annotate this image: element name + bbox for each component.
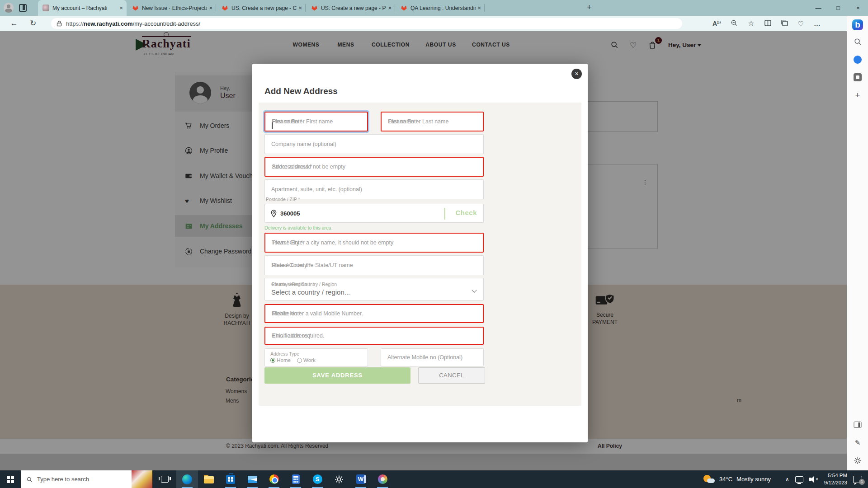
field-error: This field is required. [272, 333, 324, 339]
radio-home[interactable]: Home [270, 357, 291, 363]
postcode-value: 360005 [280, 210, 300, 217]
gitlab-favicon [132, 5, 139, 11]
gitlab-favicon [222, 5, 228, 11]
field-error: Please enter a valid Mobile Number. [272, 310, 363, 317]
taskbar-weather[interactable]: 34°C Mostly sunny [703, 470, 771, 488]
lock-icon [57, 20, 62, 27]
edge-sidebar-rail: b + ✎ [847, 16, 868, 470]
taskbar-chrome-icon[interactable] [263, 470, 285, 488]
radio-work[interactable]: Work [297, 357, 316, 363]
state-field[interactable]: State / County * Please Enter the State/… [264, 255, 484, 275]
country-selected-value: Select a country / region... [271, 288, 350, 296]
bing-chat-icon[interactable]: b [852, 19, 863, 30]
postcode-label: Postcode / ZIP * [266, 197, 300, 202]
tab-new-issue[interactable]: New Issue · Ethics-Projects / Ethi × [127, 0, 216, 16]
tab-close-icon[interactable]: × [298, 5, 302, 11]
volume-muted-icon[interactable]: × [809, 476, 818, 483]
split-screen-icon[interactable] [764, 20, 771, 27]
browser-profile-icon[interactable] [4, 3, 14, 13]
collections-icon[interactable] [781, 20, 788, 27]
city-field[interactable]: Town / City * Please Enter a city name, … [264, 233, 484, 253]
window-minimize-button[interactable]: — [808, 0, 828, 16]
check-divider [444, 208, 445, 220]
browser-essentials-icon[interactable]: ♡ [798, 20, 804, 27]
taskbar-settings-gear-icon[interactable] [328, 470, 350, 488]
check-button[interactable]: Check [455, 209, 477, 216]
browser-toolbar: ← ↻ https://new.rachyati.com/my-account/… [0, 16, 847, 31]
tab-checkout[interactable]: US: Create a new page - Checkou × [217, 0, 306, 16]
tab-close-icon[interactable]: × [388, 5, 392, 11]
taskbar-edge-icon[interactable] [176, 470, 198, 488]
taskbar-clock[interactable]: 5:54 PM9/12/2023 [824, 472, 847, 486]
mobile-field[interactable]: Mobile No * Please enter a valid Mobile … [264, 304, 484, 323]
taskbar-file-explorer-icon[interactable] [198, 470, 220, 488]
windows-logo-icon [7, 476, 14, 483]
save-address-button[interactable]: SAVE ADDRESS [264, 367, 410, 384]
field-placeholder: Apartment, suite, unit, etc. (optional) [271, 186, 362, 192]
email-field[interactable]: Email address * This field is required. [264, 327, 484, 345]
office-icon[interactable] [854, 73, 862, 81]
rail-panel-icon[interactable] [854, 422, 862, 428]
taskbar-store-icon[interactable] [220, 470, 241, 488]
field-error: Please select Country / Region [272, 282, 337, 287]
radio-selected-icon [270, 358, 275, 363]
modal-close-button[interactable]: × [571, 69, 582, 79]
postcode-field[interactable]: 360005 Check [264, 204, 484, 223]
zoom-out-icon[interactable] [731, 19, 738, 28]
taskbar-mail-icon[interactable] [241, 470, 263, 488]
task-view-icon[interactable] [154, 470, 175, 488]
notification-icon[interactable]: 1 [853, 476, 862, 483]
rachyati-favicon [42, 5, 49, 11]
windows-taskbar: Type here to search S W 34°C Mostly sunn… [0, 470, 868, 488]
address-bar[interactable]: https://new.rachyati.com/my-account/edit… [51, 18, 682, 29]
window-maximize-button[interactable]: □ [828, 0, 848, 16]
tab-product[interactable]: US: Create a new page - Product × [307, 0, 395, 16]
company-field[interactable]: Company name (optional) [264, 134, 484, 154]
field-error: Please Enter First name [272, 118, 333, 125]
street-address-field[interactable]: Street address * Address should not be e… [264, 157, 484, 177]
last-name-field[interactable]: Last name * Please Enter Last name [381, 112, 484, 131]
taskbar-skype-icon[interactable]: S [307, 470, 328, 488]
network-icon[interactable] [795, 476, 803, 483]
taskbar-calculator-icon[interactable] [285, 470, 307, 488]
search-highlight-image[interactable] [132, 470, 152, 488]
rail-settings-gear-icon[interactable] [854, 457, 862, 466]
start-button[interactable] [0, 470, 21, 488]
taskbar-search-box[interactable]: Type here to search [21, 470, 152, 488]
alternate-mobile-field[interactable]: Alternate Mobile no (Optional) [381, 348, 484, 366]
tab-title: QA Learning : Understanding an [410, 5, 476, 11]
modal-title: Add New Address [264, 86, 338, 96]
window-close-button[interactable]: × [848, 0, 868, 16]
tab-title: New Issue · Ethics-Projects / Ethi [142, 5, 207, 11]
weather-temp: 34°C [719, 476, 732, 483]
tray-chevron-icon[interactable]: ∧ [785, 476, 789, 483]
read-aloud-icon[interactable]: A))) [712, 20, 721, 27]
tab-close-icon[interactable]: × [477, 5, 481, 11]
tab-close-icon[interactable]: × [209, 5, 212, 11]
favorites-star-icon[interactable]: ☆ [748, 20, 754, 27]
country-select[interactable]: Country / Region * Please select Country… [264, 278, 484, 300]
new-tab-button[interactable]: + [587, 3, 592, 12]
back-button[interactable]: ← [7, 16, 21, 31]
refresh-button[interactable]: ↻ [26, 16, 40, 31]
rail-add-icon[interactable]: + [855, 90, 860, 100]
tab-my-account[interactable]: My account – Rachyati × [38, 0, 127, 16]
screen: My account – Rachyati × New Issue · Ethi… [0, 0, 868, 488]
tab-actions-icon[interactable] [19, 4, 27, 12]
tab-title: US: Create a new page - Checkou [231, 5, 297, 11]
weather-desc: Mostly sunny [736, 476, 771, 483]
address-type-label: Address Type [270, 351, 299, 357]
rail-app-icon[interactable] [854, 56, 862, 64]
add-address-modal: × Add New Address First name * Please En… [252, 64, 588, 442]
field-error: Address should not be empty [272, 164, 345, 170]
rail-search-icon[interactable] [854, 38, 862, 47]
rail-compose-icon[interactable]: ✎ [855, 439, 861, 447]
tab-qa-learning[interactable]: QA Learning : Understanding an × [396, 0, 485, 16]
tab-close-icon[interactable]: × [119, 5, 123, 11]
cancel-button[interactable]: CANCEL [418, 367, 485, 384]
first-name-field[interactable]: First name * Please Enter First name [264, 112, 368, 131]
taskbar-paint-icon[interactable] [372, 470, 393, 488]
settings-more-icon[interactable]: … [814, 20, 821, 27]
field-error: Please Enter Last name [388, 118, 448, 125]
taskbar-word-icon[interactable]: W [350, 470, 372, 488]
